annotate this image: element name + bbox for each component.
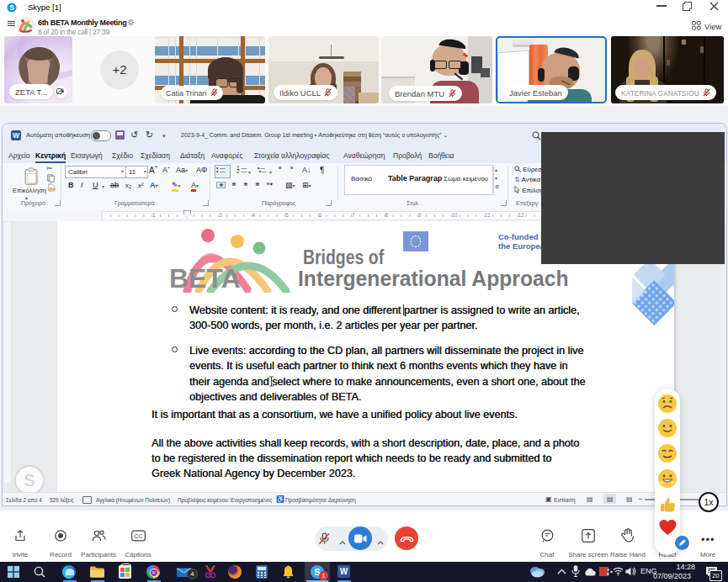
svg-text:CC: CC [134,533,142,539]
svg-text:S: S [9,3,14,12]
